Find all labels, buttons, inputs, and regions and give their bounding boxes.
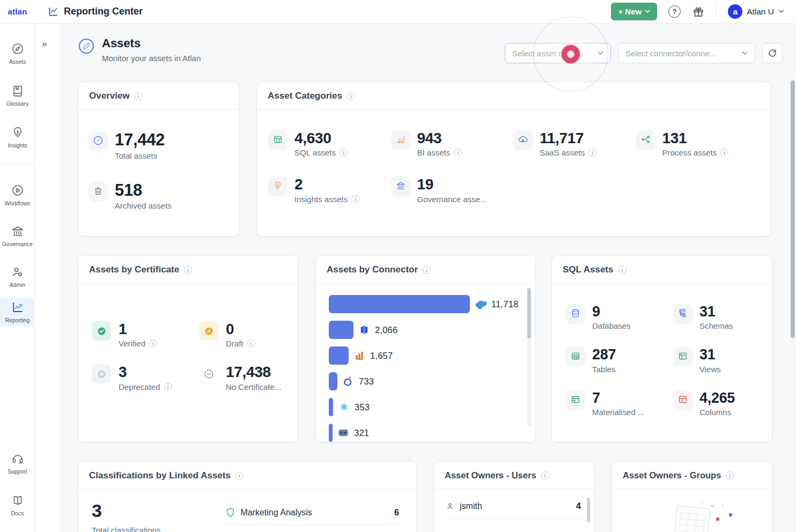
minus-circle-icon — [199, 364, 218, 383]
help-icon[interactable]: ? — [668, 5, 681, 18]
databases-stat: 9 Databases — [566, 304, 674, 330]
info-icon[interactable]: i — [541, 471, 549, 479]
sidebar-item-insights[interactable]: Insights — [0, 123, 35, 152]
connector-bar-row[interactable]: 733 — [329, 368, 522, 394]
sidebar-item-glossary[interactable]: Glossary — [0, 82, 35, 110]
deprecated-badge-icon — [92, 364, 111, 383]
info-icon[interactable]: i — [454, 149, 462, 157]
sidebar-item-workflows[interactable]: Workflows — [0, 181, 35, 210]
card-title: Assets by Connector — [327, 264, 418, 275]
flow-icon — [637, 130, 655, 149]
snowflake-icon: ❄ — [337, 401, 350, 413]
archived-assets-stat: 518 Archived assets — [89, 182, 228, 211]
info-icon[interactable]: i — [235, 472, 244, 480]
salesforce-icon — [474, 298, 487, 311]
chevron-down-icon — [598, 51, 603, 55]
empty-state-illustration — [644, 498, 740, 532]
deprecated-stat: 3 Deprecatedi — [92, 364, 199, 391]
assets-by-connector-card: Assets by Connectori 11,718 2,066 — [315, 255, 536, 442]
bank-icon — [392, 176, 410, 195]
bar-salesforce[interactable] — [329, 295, 470, 313]
atlan-logo[interactable]: atlan — [8, 7, 27, 16]
sidebar-item-admin[interactable]: Admin — [0, 263, 35, 291]
view-icon — [674, 347, 692, 365]
saas-assets-stat: 11,717 SaaS assetsi — [514, 130, 637, 157]
sidebar-divider — [0, 164, 35, 165]
topbar-divider — [716, 5, 717, 18]
info-icon[interactable]: i — [247, 339, 255, 348]
connector-partial-icon — [337, 426, 350, 439]
bar-snowflake[interactable] — [329, 398, 333, 416]
card-title: Overview — [89, 91, 130, 101]
sql-assets-card: SQL Assetsi 9 Databases 31 Schemas — [551, 255, 772, 442]
card-title: Asset Owners - Users — [445, 470, 536, 481]
info-icon[interactable]: i — [720, 149, 728, 157]
connector-scrollbar[interactable] — [527, 288, 531, 338]
shield-icon — [226, 507, 235, 518]
tables-stat: 287 Tables — [566, 347, 674, 373]
card-title: Asset Categories — [268, 91, 342, 101]
info-icon[interactable]: i — [135, 92, 143, 100]
assets-page-header: Assets Monitor your assets in Atlan — [78, 36, 201, 63]
table-icon — [269, 130, 287, 149]
connector-select[interactable]: Select connector/conne... — [618, 43, 755, 63]
columns-stat: 4,265 Columns — [674, 390, 757, 417]
user-menu[interactable]: a Atlan U — [728, 4, 784, 19]
info-icon[interactable]: i — [588, 149, 596, 157]
page-scrollbar[interactable] — [791, 80, 795, 338]
connector-bar-row[interactable]: 2,066 — [329, 317, 522, 343]
info-icon[interactable]: i — [423, 266, 431, 274]
classification-row[interactable]: Marketing Analysis 6 — [225, 500, 400, 525]
expand-panel-icon[interactable]: » — [42, 39, 46, 49]
compass-icon — [89, 131, 107, 150]
connector-bar-row[interactable]: 321 — [329, 420, 522, 442]
main-content: Assets Monitor your assets in Atlan Sele… — [60, 24, 796, 532]
sidebar-item-reporting[interactable]: Reporting — [0, 298, 35, 327]
card-title: Classifications by Linked Assets — [89, 470, 231, 481]
card-title: Assets by Certificate — [89, 264, 179, 275]
refresh-button[interactable] — [762, 43, 783, 63]
new-button[interactable]: + New — [611, 3, 657, 20]
book-icon — [11, 84, 24, 97]
gift-icon[interactable] — [692, 5, 705, 18]
classifications-card: Classifications by Linked Assetsi 3 Tota… — [78, 461, 417, 532]
chevron-down-icon — [778, 10, 784, 13]
insights-assets-stat: 2 Insights assetsi — [269, 176, 392, 203]
page-subtitle: Monitor your assets in Atlan — [102, 54, 201, 63]
bar-aws-connector[interactable] — [329, 346, 349, 365]
info-icon[interactable]: i — [726, 471, 734, 479]
info-icon[interactable]: i — [164, 383, 172, 391]
connector-bar-row[interactable]: 1,657 — [329, 343, 522, 368]
database-icon — [566, 304, 585, 322]
card-title: SQL Assets — [563, 264, 614, 275]
bi-assets-stat: 943 BI assetsi — [392, 130, 514, 157]
sidebar-item-docs[interactable]: Docs — [0, 491, 35, 520]
sidebar-item-support[interactable]: Support — [0, 449, 35, 478]
connector-bar-row[interactable]: 11,718 — [329, 291, 522, 317]
info-icon[interactable]: i — [618, 266, 627, 274]
sidebar-item-assets[interactable]: Assets — [0, 40, 35, 68]
users-scrollbar[interactable] — [587, 498, 590, 522]
connector-bar-row[interactable]: ❄ 353 — [329, 394, 522, 420]
chevron-down-icon — [645, 10, 650, 13]
sidebar-item-governance[interactable]: Governance — [0, 222, 35, 250]
info-icon[interactable]: i — [184, 266, 192, 274]
bar-redshift[interactable] — [329, 321, 353, 339]
asset-categories-card: Asset Categoriesi 4,630 SQL assetsi 943 … — [256, 82, 771, 237]
info-icon[interactable]: i — [347, 92, 355, 100]
schema-icon — [674, 304, 692, 322]
materialised-view-icon — [566, 390, 585, 409]
schemas-stat: 31 Schemas — [674, 304, 757, 330]
bar-ring-connector[interactable] — [329, 372, 337, 390]
cloud-icon — [514, 130, 532, 149]
overview-card: Overviewi 17,442 Total assets 518 Archiv… — [78, 82, 239, 237]
info-icon[interactable]: i — [149, 339, 157, 348]
owner-user-row[interactable]: jsmith 4 — [445, 494, 582, 519]
bank-icon — [11, 225, 24, 238]
info-icon[interactable]: i — [340, 149, 348, 157]
assets-by-certificate-card: Assets by Certificatei 1 Verifiedi 0 Dra… — [78, 255, 298, 442]
bar-connector-partial[interactable] — [329, 424, 333, 442]
column-icon — [674, 390, 692, 409]
asset-type-select[interactable]: Select asset type — [505, 43, 611, 63]
info-icon[interactable]: i — [351, 195, 359, 203]
